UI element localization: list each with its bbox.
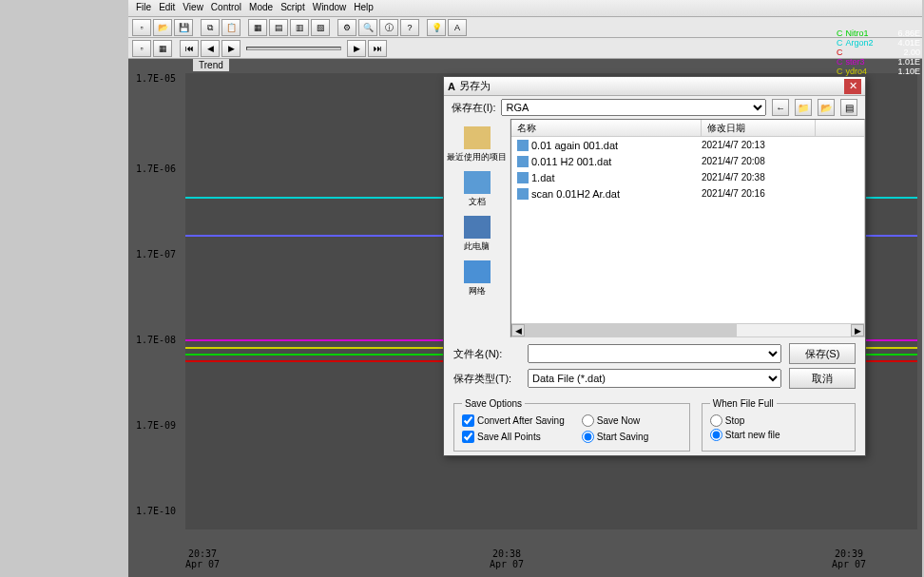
tool-settings-icon[interactable]: ⚙ bbox=[337, 19, 356, 36]
tool-new-icon[interactable]: ▫ bbox=[132, 19, 151, 36]
save-all-checkbox[interactable]: Save All Points bbox=[462, 431, 565, 443]
save-options-legend: Save Options bbox=[462, 398, 525, 409]
menu-edit[interactable]: Edit bbox=[159, 2, 175, 14]
file-icon bbox=[517, 156, 529, 167]
horizontal-scrollbar[interactable]: ◀ ▶ bbox=[511, 323, 864, 337]
tool-info-icon[interactable]: ⓘ bbox=[379, 19, 398, 36]
when-full-legend: When File Full bbox=[710, 398, 777, 409]
file-icon bbox=[517, 172, 529, 183]
place-item[interactable]: 此电脑 bbox=[464, 216, 491, 253]
scroll-right-icon[interactable]: ▶ bbox=[851, 324, 864, 337]
tool-a-icon[interactable]: A bbox=[448, 19, 467, 36]
menu-file[interactable]: File bbox=[136, 2, 151, 14]
toolbar-main: ▫ 📂 💾 ⧉ 📋 ▦ ▤ ▥ ▧ ⚙ 🔍 ⓘ ? 💡 A bbox=[128, 17, 922, 38]
file-row[interactable]: 0.01 again 001.dat2021/4/7 20:13 bbox=[511, 137, 864, 153]
place-item[interactable]: 最近使用的项目 bbox=[447, 126, 507, 163]
dialog-title-text: 另存为 bbox=[459, 79, 491, 93]
y-axis-label: 1.7E-09 bbox=[136, 420, 176, 431]
y-axis-label: 1.7E-10 bbox=[136, 506, 176, 516]
playback-slider[interactable] bbox=[246, 47, 341, 50]
scroll-left-icon[interactable]: ◀ bbox=[511, 324, 525, 337]
play-fwd-icon[interactable]: ▶ bbox=[347, 40, 366, 57]
tool-doc-icon[interactable]: ▫ bbox=[132, 40, 151, 57]
col-date[interactable]: 修改日期 bbox=[702, 120, 816, 136]
toolbar-playback: ▫ ▦ ⏮ ◀ ▶ ▶ ⏭ bbox=[128, 38, 922, 59]
tool-chart1-icon[interactable]: ▦ bbox=[248, 19, 267, 36]
start-saving-radio[interactable]: Start Saving bbox=[582, 431, 648, 443]
file-icon bbox=[517, 188, 529, 200]
tool-chart3-icon[interactable]: ▥ bbox=[290, 19, 309, 36]
filetype-label: 保存类型(T): bbox=[453, 372, 520, 386]
legend-item[interactable]: CArgon24.01E bbox=[837, 38, 920, 48]
chart-title: Trend bbox=[193, 59, 229, 71]
play-first-icon[interactable]: ⏮ bbox=[180, 40, 199, 57]
file-list-header: 名称 修改日期 bbox=[511, 120, 864, 137]
y-axis-label: 1.7E-08 bbox=[136, 335, 176, 345]
tool-help-icon[interactable]: ? bbox=[400, 19, 419, 36]
legend-item[interactable]: Cster31.01E bbox=[837, 57, 920, 67]
filename-label: 文件名(N): bbox=[453, 347, 520, 361]
tool-grid-icon[interactable]: ▦ bbox=[153, 40, 172, 57]
nav-newfolder-icon[interactable]: 📂 bbox=[818, 99, 835, 116]
menu-mode[interactable]: Mode bbox=[249, 2, 273, 14]
menu-help[interactable]: Help bbox=[354, 2, 374, 14]
y-axis-label: 1.7E-06 bbox=[136, 163, 176, 174]
menu-control[interactable]: Control bbox=[211, 2, 241, 14]
save-now-radio[interactable]: Save Now bbox=[582, 414, 648, 427]
tool-copy-icon[interactable]: ⧉ bbox=[201, 19, 220, 36]
dialog-nav-bar: 保存在(I): RGA ← 📁 📂 ▤ bbox=[444, 96, 865, 119]
x-axis-label: 20:38Apr 07 bbox=[490, 548, 524, 569]
nav-back-icon[interactable]: ← bbox=[772, 99, 789, 116]
tool-zoom-icon[interactable]: 🔍 bbox=[358, 19, 377, 36]
place-item[interactable]: 文档 bbox=[464, 171, 491, 208]
save-as-dialog: A 另存为 ✕ 保存在(I): RGA ← 📁 📂 ▤ 最近使用的项目文档此电脑… bbox=[443, 76, 866, 456]
close-icon[interactable]: ✕ bbox=[844, 79, 861, 94]
filetype-dropdown[interactable]: Data File (*.dat) bbox=[528, 369, 781, 388]
scroll-thumb[interactable] bbox=[525, 324, 737, 337]
file-row[interactable]: scan 0.01H2 Ar.dat2021/4/7 20:16 bbox=[511, 185, 864, 202]
place-item[interactable]: 网络 bbox=[464, 260, 491, 298]
file-row[interactable]: 1.dat2021/4/7 20:38 bbox=[511, 169, 864, 185]
filename-input[interactable] bbox=[528, 344, 781, 363]
save-options-group: Save Options Convert After Saving Save A… bbox=[453, 398, 690, 452]
legend-item[interactable]: Cydro41.10E bbox=[837, 67, 920, 76]
tool-chart4-icon[interactable]: ▧ bbox=[311, 19, 330, 36]
menu-window[interactable]: Window bbox=[313, 2, 347, 14]
y-axis-label: 1.7E-07 bbox=[136, 249, 176, 260]
cancel-button[interactable]: 取消 bbox=[789, 368, 856, 389]
save-in-label: 保存在(I): bbox=[452, 101, 495, 115]
tool-bulb-icon[interactable]: 💡 bbox=[427, 19, 446, 36]
app-icon: A bbox=[448, 81, 455, 92]
col-name[interactable]: 名称 bbox=[511, 120, 702, 136]
play-next-icon[interactable]: ▶ bbox=[221, 40, 241, 57]
start-new-radio[interactable]: Start new file bbox=[710, 429, 847, 441]
file-icon bbox=[517, 140, 529, 151]
menu-view[interactable]: View bbox=[183, 2, 203, 14]
file-row[interactable]: 0.011 H2 001.dat2021/4/7 20:08 bbox=[511, 153, 864, 169]
legend-panel: CNitro16.86ECArgon24.01EC2.00Cster31.01E… bbox=[837, 29, 920, 76]
save-button[interactable]: 保存(S) bbox=[789, 343, 856, 364]
nav-up-icon[interactable]: 📁 bbox=[795, 99, 812, 116]
places-sidebar: 最近使用的项目文档此电脑网络 bbox=[444, 119, 510, 337]
tool-chart2-icon[interactable]: ▤ bbox=[269, 19, 288, 36]
play-prev-icon[interactable]: ◀ bbox=[201, 40, 220, 57]
file-list[interactable]: 名称 修改日期 0.01 again 001.dat2021/4/7 20:13… bbox=[510, 119, 865, 337]
menu-bar: File Edit View Control Mode Script Windo… bbox=[128, 0, 922, 17]
when-full-group: When File Full Stop Start new file bbox=[702, 398, 856, 452]
x-axis-label: 20:37Apr 07 bbox=[185, 548, 220, 569]
dialog-titlebar[interactable]: A 另存为 ✕ bbox=[444, 77, 865, 96]
nav-view-icon[interactable]: ▤ bbox=[840, 99, 857, 116]
convert-checkbox[interactable]: Convert After Saving bbox=[462, 414, 565, 427]
x-axis-label: 20:39Apr 07 bbox=[832, 548, 866, 569]
menu-script[interactable]: Script bbox=[280, 2, 305, 14]
legend-item[interactable]: CNitro16.86E bbox=[837, 29, 920, 38]
legend-item[interactable]: C2.00 bbox=[837, 48, 920, 57]
tool-open-icon[interactable]: 📂 bbox=[153, 19, 172, 36]
folder-dropdown[interactable]: RGA bbox=[501, 99, 766, 116]
play-last-icon[interactable]: ⏭ bbox=[368, 40, 387, 57]
tool-paste-icon[interactable]: 📋 bbox=[221, 19, 241, 36]
y-axis-label: 1.7E-05 bbox=[136, 73, 176, 84]
stop-radio[interactable]: Stop bbox=[710, 414, 847, 427]
tool-save-icon[interactable]: 💾 bbox=[174, 19, 193, 36]
